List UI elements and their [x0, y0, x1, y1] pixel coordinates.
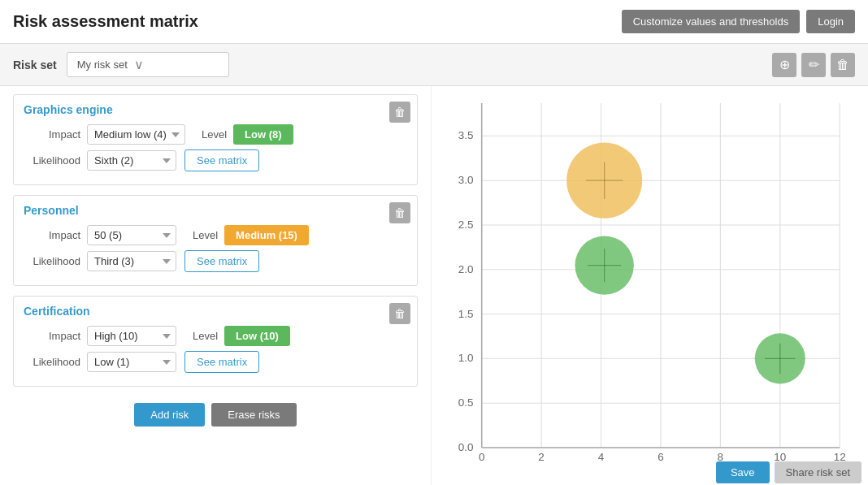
- svg-text:1.5: 1.5: [458, 308, 474, 320]
- risk-card-graphics-engine: Graphics engine 🗑 Impact Medium low (4) …: [13, 94, 418, 185]
- svg-text:1.0: 1.0: [458, 352, 474, 364]
- card-title-personnel: Personnel: [24, 204, 407, 217]
- svg-text:3.0: 3.0: [458, 174, 474, 186]
- likelihood-row-personnel: Likelihood Third (3) See matrix: [24, 250, 407, 272]
- impact-label-graphics: Impact: [24, 128, 80, 141]
- risk-card-personnel: Personnel 🗑 Impact 50 (5) Level Medium (…: [13, 195, 418, 286]
- impact-row-certification: Impact High (10) Level Low (10): [24, 326, 407, 346]
- likelihood-row-certification: Likelihood Low (1) See matrix: [24, 351, 407, 373]
- chart-container: 0.0 0.5 1.0 1.5 2.0 2.5 3.0 3.5 0 2 4 6 …: [440, 94, 860, 482]
- risk-set-actions: ⊕ ✏ 🗑: [772, 53, 855, 77]
- impact-row-graphics: Impact Medium low (4) Level Low (8): [24, 124, 407, 145]
- erase-risks-button[interactable]: Erase risks: [211, 403, 296, 427]
- see-matrix-graphics[interactable]: See matrix: [184, 149, 259, 171]
- page-title: Risk assessment matrix: [13, 12, 198, 31]
- svg-text:0.0: 0.0: [458, 441, 474, 453]
- delete-risk-set-button[interactable]: 🗑: [831, 53, 855, 77]
- add-risk-button[interactable]: Add risk: [134, 403, 205, 427]
- svg-text:4: 4: [598, 452, 605, 464]
- risk-set-dropdown[interactable]: My risk set ∨: [67, 52, 229, 77]
- chart-actions: Save Share risk set: [716, 461, 861, 483]
- left-panel: Graphics engine 🗑 Impact Medium low (4) …: [0, 86, 431, 485]
- risk-card-certification: Certification 🗑 Impact High (10) Level L…: [13, 296, 418, 387]
- level-badge-certification[interactable]: Low (10): [224, 326, 290, 346]
- impact-label-personnel: Impact: [24, 229, 80, 241]
- level-badge-graphics[interactable]: Low (8): [233, 124, 293, 145]
- level-badge-personnel[interactable]: Medium (15): [224, 225, 309, 245]
- likelihood-label-personnel: Likelihood: [24, 255, 80, 267]
- login-button[interactable]: Login: [806, 10, 855, 33]
- impact-select-personnel[interactable]: 50 (5): [87, 225, 176, 245]
- see-matrix-personnel[interactable]: See matrix: [184, 250, 259, 272]
- svg-text:0: 0: [479, 452, 484, 464]
- delete-graphics-engine-button[interactable]: 🗑: [389, 102, 410, 123]
- delete-certification-button[interactable]: 🗑: [389, 303, 410, 324]
- card-title-graphics-engine: Graphics engine: [24, 103, 407, 116]
- customize-button[interactable]: Customize values and thresholds: [622, 10, 801, 33]
- likelihood-select-graphics[interactable]: Sixth (2): [87, 150, 176, 171]
- header: Risk assessment matrix Customize values …: [0, 0, 868, 44]
- likelihood-select-certification[interactable]: Low (1): [87, 352, 176, 372]
- delete-personnel-button[interactable]: 🗑: [389, 202, 410, 223]
- see-matrix-certification[interactable]: See matrix: [184, 351, 259, 373]
- risk-chart: 0.0 0.5 1.0 1.5 2.0 2.5 3.0 3.5 0 2 4 6 …: [440, 94, 860, 482]
- impact-label-certification: Impact: [24, 330, 80, 342]
- likelihood-label-certification: Likelihood: [24, 356, 80, 368]
- svg-text:2: 2: [538, 452, 544, 464]
- risk-set-value: My risk set: [77, 58, 128, 71]
- impact-select-graphics[interactable]: Medium low (4): [87, 124, 185, 145]
- impact-row-personnel: Impact 50 (5) Level Medium (15): [24, 225, 407, 245]
- right-panel: 0.0 0.5 1.0 1.5 2.0 2.5 3.0 3.5 0 2 4 6 …: [431, 86, 868, 485]
- share-risk-set-button[interactable]: Share risk set: [775, 461, 861, 483]
- likelihood-label-graphics: Likelihood: [24, 154, 80, 167]
- main-content: Graphics engine 🗑 Impact Medium low (4) …: [0, 86, 868, 485]
- likelihood-row-graphics: Likelihood Sixth (2) See matrix: [24, 149, 407, 171]
- svg-text:3.5: 3.5: [458, 129, 474, 141]
- risk-set-bar: Risk set My risk set ∨ ⊕ ✏ 🗑: [0, 44, 868, 86]
- level-label-certification: Level: [193, 330, 218, 342]
- likelihood-select-personnel[interactable]: Third (3): [87, 251, 176, 271]
- edit-risk-set-button[interactable]: ✏: [801, 53, 826, 77]
- svg-text:2.5: 2.5: [458, 219, 474, 231]
- bottom-buttons: Add risk Erase risks: [13, 396, 418, 430]
- header-actions: Customize values and thresholds Login: [622, 10, 855, 33]
- svg-text:2.0: 2.0: [458, 263, 474, 275]
- level-label-personnel: Level: [193, 229, 218, 241]
- svg-text:6: 6: [658, 452, 663, 464]
- save-button[interactable]: Save: [716, 461, 770, 483]
- risk-set-label: Risk set: [13, 58, 57, 71]
- level-label-graphics: Level: [202, 128, 227, 141]
- chevron-down-icon: ∨: [134, 57, 144, 72]
- svg-text:0.5: 0.5: [458, 396, 474, 409]
- add-risk-set-button[interactable]: ⊕: [772, 53, 796, 77]
- card-title-certification: Certification: [24, 305, 407, 318]
- impact-select-certification[interactable]: High (10): [87, 326, 176, 346]
